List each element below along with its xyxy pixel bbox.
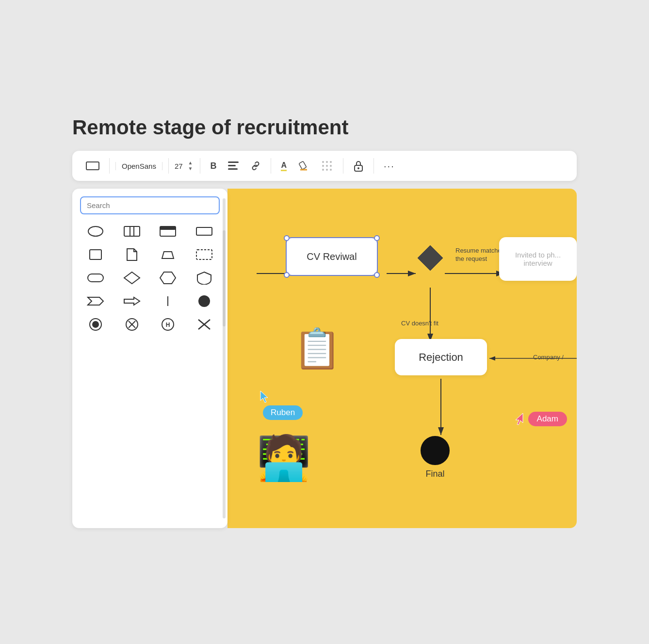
shape-icon (86, 161, 99, 170)
lock-button[interactable] (349, 157, 368, 175)
final-circle-inner (425, 440, 445, 461)
shape-selector-button[interactable] (82, 159, 103, 173)
final-node[interactable]: Final (421, 436, 450, 479)
shape-rounded-rect[interactable] (84, 269, 107, 287)
shape-card[interactable] (156, 222, 179, 241)
pattern-button[interactable] (317, 157, 337, 175)
canvas-area[interactable]: CV Reviwal Resume matches the request CV… (227, 189, 577, 528)
svg-rect-17 (124, 226, 140, 236)
font-size-up-button[interactable]: ▲ (187, 160, 195, 166)
shape-x-mark[interactable] (193, 315, 216, 334)
shape-dashed-rect[interactable] (193, 245, 216, 264)
shape-circle-target[interactable] (84, 315, 107, 334)
font-color-label: A (281, 161, 287, 171)
svg-rect-3 (299, 161, 307, 169)
handle-br[interactable] (374, 272, 380, 278)
svg-rect-1 (228, 165, 236, 166)
more-button[interactable]: ··· (380, 158, 399, 175)
svg-rect-2 (228, 168, 238, 170)
font-size-arrows: ▲ ▼ (187, 160, 195, 172)
shapes-grid: H (80, 222, 220, 334)
company-label: Company / (533, 354, 572, 362)
final-circle (421, 436, 450, 465)
shape-columns[interactable] (120, 222, 144, 241)
cv-doesnt-fit-label: CV doesn't fit (401, 320, 438, 327)
align-icon (228, 161, 239, 170)
cv-revival-box[interactable]: CV Reviwal (286, 237, 378, 276)
svg-rect-0 (228, 161, 239, 163)
shape-trapezoid[interactable] (156, 245, 179, 264)
link-icon (250, 161, 261, 170)
lock-icon (353, 160, 364, 172)
svg-point-12 (326, 169, 328, 171)
svg-rect-21 (160, 226, 176, 230)
shape-ellipse[interactable] (84, 222, 107, 241)
svg-rect-22 (196, 227, 212, 235)
invited-box[interactable]: Invited to ph...interview (499, 237, 577, 281)
rejection-label: Rejection (419, 351, 463, 364)
ruben-cursor-label: Ruben (263, 405, 303, 420)
bold-button[interactable]: B (206, 158, 220, 174)
shape-shield[interactable] (193, 269, 216, 287)
pattern-icon (321, 160, 333, 172)
lego-figure: 🧑‍💻 (257, 436, 311, 480)
svg-point-10 (330, 165, 332, 167)
font-size-down-button[interactable]: ▼ (187, 166, 195, 172)
adam-cursor-label: Adam (528, 412, 567, 426)
clipboard-icon: 📋 (293, 329, 341, 368)
svg-point-8 (322, 165, 324, 167)
font-size-value: 27 (175, 162, 183, 170)
shape-circle-filled[interactable] (193, 292, 216, 310)
shape-chevron[interactable] (84, 292, 107, 310)
scrollbar[interactable] (223, 198, 226, 518)
search-input[interactable] (80, 196, 220, 214)
toolbar: OpenSans 27 ▲ ▼ B A (72, 151, 577, 181)
shape-arrow-right[interactable] (120, 292, 144, 310)
svg-point-6 (326, 161, 328, 163)
app-container: Remote stage of recruitment OpenSans 27 … (58, 101, 591, 543)
font-name-display[interactable]: OpenSans (115, 162, 162, 170)
shape-square[interactable] (84, 245, 107, 264)
ruben-cursor-arrow (259, 390, 269, 403)
svg-point-27 (198, 295, 210, 307)
shapes-panel: H (72, 189, 227, 528)
svg-point-9 (326, 165, 328, 167)
handle-tl[interactable] (284, 235, 290, 241)
svg-point-13 (330, 169, 332, 171)
svg-point-29 (92, 321, 99, 328)
svg-point-15 (357, 167, 359, 169)
divider-3 (200, 158, 200, 174)
svg-rect-24 (196, 250, 212, 259)
link-button[interactable] (246, 159, 265, 173)
divider-5 (343, 158, 343, 174)
shape-rectangle[interactable] (193, 222, 216, 241)
divider-1 (109, 158, 110, 174)
shape-diamond[interactable] (120, 269, 144, 287)
shape-circle-h[interactable]: H (156, 315, 179, 334)
handle-tr[interactable] (374, 235, 380, 241)
page-title: Remote stage of recruitment (72, 116, 577, 139)
rejection-box[interactable]: Rejection (395, 339, 487, 375)
scrollbar-thumb (223, 230, 226, 326)
highlight-button[interactable] (294, 158, 313, 174)
svg-point-16 (88, 226, 103, 236)
shape-hexagon[interactable] (156, 269, 179, 287)
shape-line[interactable] (156, 292, 179, 310)
invited-label: Invited to ph...interview (515, 251, 561, 267)
shape-doc[interactable] (120, 245, 144, 264)
cv-revival-label: CV Reviwal (307, 251, 357, 262)
pen-icon (298, 161, 309, 171)
divider-4 (271, 158, 271, 174)
font-size-control: 27 ▲ ▼ (175, 160, 195, 172)
divider-6 (373, 158, 374, 174)
svg-point-11 (322, 169, 324, 171)
align-button[interactable] (224, 159, 243, 173)
divider-2 (168, 158, 169, 174)
font-color-button[interactable]: A (277, 158, 291, 174)
handle-bl[interactable] (284, 272, 290, 278)
shape-circle-x[interactable] (120, 315, 144, 334)
adam-cursor-arrow (515, 412, 524, 426)
diamond-shape[interactable] (417, 244, 444, 272)
svg-rect-23 (90, 250, 101, 259)
svg-point-7 (330, 161, 332, 163)
